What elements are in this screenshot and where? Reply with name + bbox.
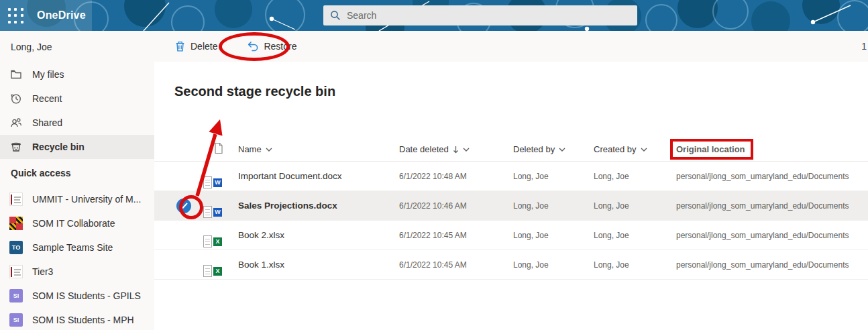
date-deleted: 6/1/2022 10:46 AM [399,201,513,211]
restore-button[interactable]: Restore [241,35,302,58]
created-by: Long, Joe [594,172,676,181]
app-name[interactable]: OneDrive [37,0,86,31]
column-header-name[interactable]: Name [238,144,399,154]
suite-bar: OneDrive [0,0,868,31]
site-initials-icon: SI [9,289,23,302]
site-logo-icon [9,192,23,206]
created-by: Long, Joe [594,260,676,270]
quick-access-label: SOM IS Students - GPILS [32,290,141,301]
selection-count: 1 [861,31,867,62]
recycle-bin-icon [9,140,23,154]
date-deleted: 6/1/2022 10:45 AM [399,260,513,270]
site-logo-icon [9,265,23,278]
folder-icon [9,68,23,81]
people-icon [9,116,23,129]
nav-list: My files Recent Shared Recycle bin [0,62,154,159]
page-title: Second stage recycle bin [174,84,335,99]
deleted-by: Long, Joe [513,231,594,240]
site-initials-icon: SI [9,313,23,327]
created-by: Long, Joe [594,201,676,211]
table-row[interactable]: X Book 1.xlsx 6/1/2022 10:45 AM Long, Jo… [154,250,868,280]
search-box[interactable] [323,5,637,25]
quick-access-item-tier3[interactable]: Tier3 [0,260,154,284]
sidebar-item-recent[interactable]: Recent [0,87,154,111]
table-row-selected[interactable]: W Sales Projections.docx 6/1/2022 10:46 … [154,191,868,221]
restore-label: Restore [264,41,296,52]
sidebar: Long, Joe My files Recent Shared [0,31,154,330]
quick-access-label: UMMIT - University of M... [32,194,141,205]
quick-access-item-ummit[interactable]: UMMIT - University of M... [0,187,154,211]
quick-access-item-sample-teams-site[interactable]: TO Sample Teams Site [0,235,154,260]
restore-undo-icon [247,40,259,52]
original-location: personal/jlong_som_umaryland_edu/Documen… [676,260,868,270]
column-header-original-location[interactable]: Original location [676,144,868,154]
user-name: Long, Joe [11,42,52,52]
sidebar-item-label: My files [32,69,64,80]
sidebar-item-label: Shared [32,117,62,128]
quick-access-label: Sample Teams Site [32,242,113,253]
delete-button[interactable]: Delete [169,35,223,58]
maryland-flag-icon [9,217,23,230]
quick-access-item-som-is-gpils[interactable]: SI SOM IS Students - GPILS [0,284,154,308]
deleted-by: Long, Joe [513,260,594,270]
site-initials-icon: TO [9,241,23,254]
chevron-down-icon [641,148,647,152]
recycle-bin-table: Name Date deleted Deleted by Created by [154,138,868,280]
header-file-type-column[interactable] [213,142,238,156]
chevron-down-icon [266,148,272,152]
app-launcher-waffle-icon[interactable] [8,8,24,24]
search-input[interactable] [347,10,631,21]
onedrive-recycle-bin-page: OneDrive Delete Restore 1 Long, Joe [0,0,868,330]
sidebar-item-shared[interactable]: Shared [0,111,154,135]
quick-access-title: Quick access [11,168,71,178]
delete-label: Delete [191,41,217,52]
quick-access-list: UMMIT - University of M... SOM IT Collab… [0,187,154,330]
column-header-created-by[interactable]: Created by [594,144,676,154]
sidebar-item-label: Recent [32,93,62,104]
quick-access-item-som-is-mph[interactable]: SI SOM IS Students - MPH [0,308,154,330]
created-by: Long, Joe [594,231,676,240]
selected-check-icon[interactable] [176,199,191,213]
chevron-down-icon [463,148,470,152]
sidebar-item-recycle-bin[interactable]: Recycle bin [0,135,154,159]
file-name[interactable]: Book 2.xlsx [238,230,399,240]
column-header-date-deleted[interactable]: Date deleted [399,144,513,154]
sort-descending-icon [453,146,459,154]
file-name[interactable]: Book 1.xlsx [238,260,399,270]
date-deleted: 6/1/2022 10:48 AM [399,172,513,181]
file-type-column-icon [213,142,224,154]
table-header-row: Name Date deleted Deleted by Created by [154,138,868,162]
table-row[interactable]: W Important Document.docx 6/1/2022 10:48… [154,162,868,191]
original-location: personal/jlong_som_umaryland_edu/Documen… [676,201,868,211]
search-icon [330,10,341,21]
chevron-down-icon [559,148,565,152]
recent-icon [9,92,23,105]
file-name[interactable]: Important Document.docx [238,171,399,181]
file-name[interactable]: Sales Projections.docx [238,201,399,211]
table-row[interactable]: X Book 2.xlsx 6/1/2022 10:45 AM Long, Jo… [154,221,868,250]
quick-access-item-som-it-collaborate[interactable]: SOM IT Collaborate [0,211,154,235]
original-location: personal/jlong_som_umaryland_edu/Documen… [676,231,868,240]
deleted-by: Long, Joe [513,201,594,211]
quick-access-label: Tier3 [32,266,53,277]
sidebar-item-label: Recycle bin [32,142,85,152]
quick-access-label: SOM IS Students - MPH [32,315,134,325]
trash-icon [174,40,186,52]
column-header-deleted-by[interactable]: Deleted by [513,144,594,154]
date-deleted: 6/1/2022 10:45 AM [399,231,513,240]
main-content: Second stage recycle bin Name Date delet… [154,62,868,330]
deleted-by: Long, Joe [513,172,594,181]
sidebar-item-my-files[interactable]: My files [0,62,154,87]
quick-access-label: SOM IT Collaborate [32,218,115,229]
original-location: personal/jlong_som_umaryland_edu/Documen… [676,172,868,181]
